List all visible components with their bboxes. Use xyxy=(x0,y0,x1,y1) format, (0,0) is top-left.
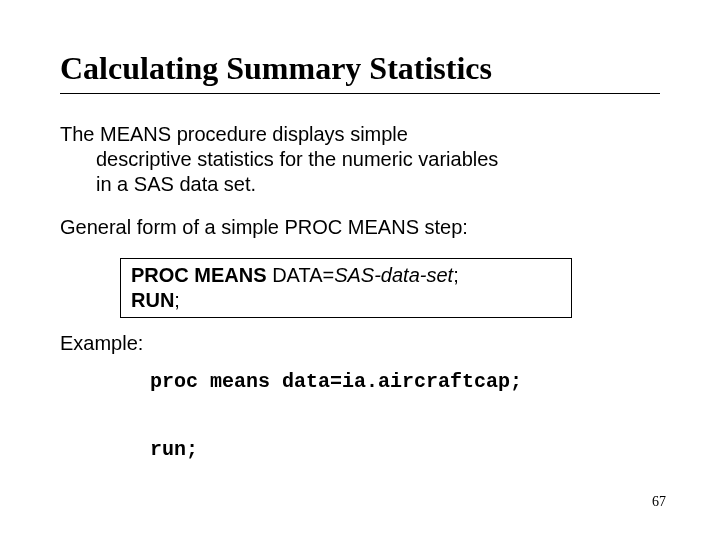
code-line-1: proc means data=ia.aircraftcap; xyxy=(150,370,522,393)
syntax-line-1: PROC MEANS DATA=SAS-data-set; xyxy=(131,263,561,288)
syntax-keyword-run: RUN xyxy=(131,289,174,311)
syntax-italic-dataset: SAS-data-set xyxy=(334,264,453,286)
slide: Calculating Summary Statistics The MEANS… xyxy=(0,0,720,540)
syntax-keyword-proc-means: PROC MEANS xyxy=(131,264,267,286)
page-title: Calculating Summary Statistics xyxy=(60,50,660,87)
code-block: proc means data=ia.aircraftcap; run; xyxy=(150,365,660,467)
code-line-2: run; xyxy=(150,438,198,461)
title-rule xyxy=(60,93,660,94)
example-label: Example: xyxy=(60,332,660,355)
intro-line-2: descriptive statistics for the numeric v… xyxy=(60,147,660,172)
intro-line-3: in a SAS data set. xyxy=(60,172,660,197)
syntax-semicolon-1: ; xyxy=(453,264,459,286)
syntax-text-data-eq: DATA= xyxy=(267,264,335,286)
syntax-semicolon-2: ; xyxy=(174,289,180,311)
syntax-line-2: RUN; xyxy=(131,288,561,313)
syntax-box: PROC MEANS DATA=SAS-data-set; RUN; xyxy=(120,258,572,318)
page-number: 67 xyxy=(652,494,666,510)
general-form-label: General form of a simple PROC MEANS step… xyxy=(60,215,660,240)
intro-paragraph: The MEANS procedure displays simple desc… xyxy=(60,122,660,197)
intro-line-1: The MEANS procedure displays simple xyxy=(60,123,408,145)
